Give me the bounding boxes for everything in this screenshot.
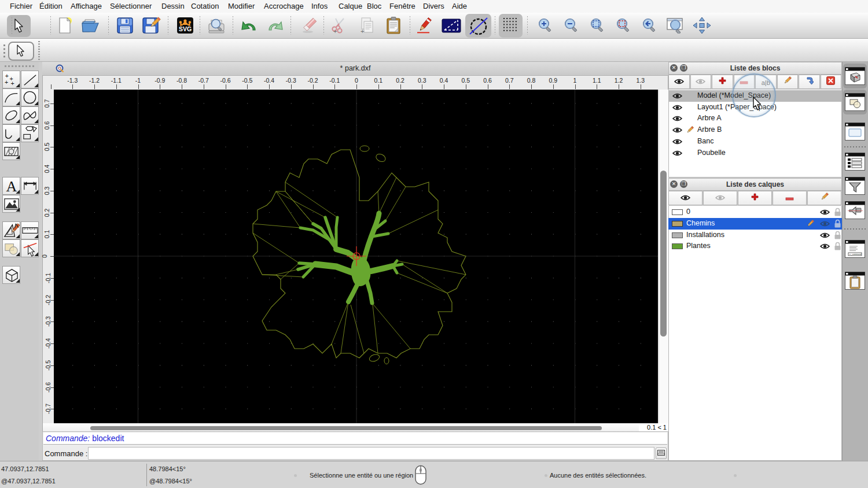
svg-text:SVG: SVG — [179, 25, 192, 32]
svg-text:c:_command: c:_command — [849, 253, 862, 256]
svg-text:+: + — [333, 28, 337, 35]
svg-text:+: + — [361, 28, 364, 35]
svg-text:A: A — [6, 178, 17, 195]
svg-text:+: + — [5, 72, 9, 79]
svg-text:+: + — [5, 79, 8, 86]
svg-text:+: + — [11, 80, 14, 87]
